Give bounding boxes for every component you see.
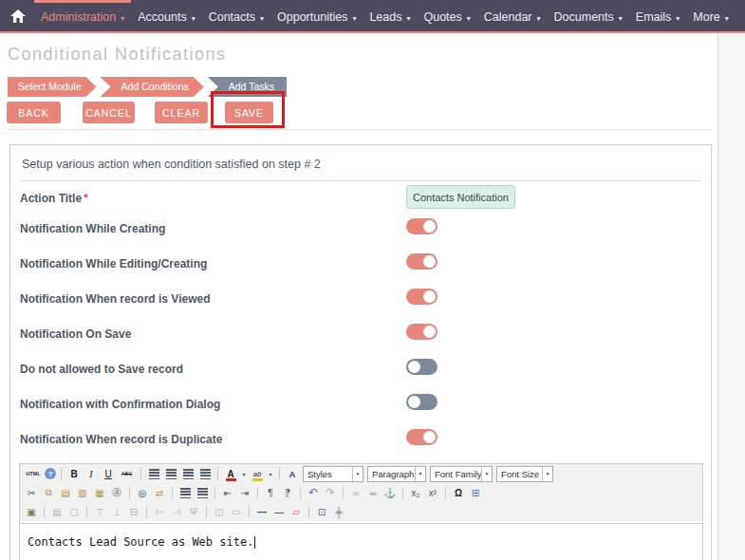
nav-item-more[interactable]: More▾ (686, 0, 736, 31)
edit-css-icon[interactable]: A (285, 467, 300, 481)
highlight-color-icon[interactable]: ab (250, 467, 265, 481)
paragraph-select[interactable]: Paragraph▼ (367, 466, 426, 482)
nav-item-emails[interactable]: Emails▾ (629, 0, 687, 31)
delete-row-icon[interactable]: ⊟ (126, 505, 141, 519)
toggle-knob (423, 290, 436, 303)
merge-cells-icon[interactable]: ▭ (229, 505, 244, 519)
toggle-notification-while-creating[interactable] (406, 218, 438, 234)
table-row-props-icon[interactable]: ▤ (49, 505, 65, 519)
help-icon[interactable]: ? (45, 468, 56, 479)
redo-icon[interactable]: ↷ (323, 486, 338, 500)
toolbar-separator (146, 506, 147, 518)
font-color-icon[interactable]: A (223, 467, 238, 481)
paste-icon[interactable]: ▤ (58, 486, 73, 500)
align-left-icon[interactable] (146, 467, 161, 481)
text-cursor (254, 536, 255, 549)
html-source-icon[interactable]: HTML (24, 467, 43, 481)
find-icon[interactable]: ◎ (135, 486, 150, 500)
nav-item-contacts[interactable]: Contacts▾ (202, 0, 270, 31)
toolbar-row-3: ▣▤▢⊤⊥⊟⊢⊣Ψ◫▭―—▱⊡╪ (20, 502, 702, 521)
font-family-select[interactable]: Font Family▼ (430, 466, 493, 482)
toggle-notification-with-confirmation-dialog[interactable] (406, 394, 438, 410)
italic-icon[interactable]: I (84, 467, 99, 481)
unordered-list-icon[interactable] (177, 486, 193, 500)
delete-col-icon[interactable]: Ψ (186, 505, 201, 519)
find-replace-icon[interactable]: ⇄ (152, 486, 167, 500)
toggle-knob (408, 396, 420, 408)
select-all-icon[interactable]: ⓐ (109, 486, 124, 500)
chevron-down-icon: ▾ (192, 14, 196, 23)
insert-template-icon[interactable]: ⊡ (314, 505, 329, 519)
toggle-notification-on-save[interactable] (406, 324, 438, 340)
toolbar-separator (44, 506, 45, 518)
horizontal-line-icon[interactable]: — (271, 505, 287, 519)
insert-row-before-icon[interactable]: ⊤ (92, 505, 107, 519)
copy-icon[interactable]: ⧉ (41, 486, 56, 500)
nav-item-label: Opportunities (277, 10, 347, 24)
font-color-arrow-icon[interactable]: ▾ (240, 467, 248, 481)
split-cells-icon[interactable]: ◫ (212, 505, 227, 519)
home-icon[interactable] (0, 0, 34, 31)
back-button[interactable]: BACK (7, 102, 61, 123)
toolbar-separator (402, 487, 403, 499)
nav-item-quotes[interactable]: Quotes▾ (417, 0, 476, 31)
highlight-color-arrow-icon[interactable]: ▾ (267, 467, 274, 481)
toggle-notification-when-record-is-duplicate[interactable] (406, 429, 438, 445)
insert-col-after-icon[interactable]: ⊣ (169, 505, 184, 519)
wizard-step-add-conditions[interactable]: Add Conditions (101, 77, 204, 97)
insert-row-after-icon[interactable]: ⊥ (109, 505, 124, 519)
strikethrough-icon[interactable]: ABC (118, 467, 136, 481)
nav-item-leads[interactable]: Leads▾ (363, 0, 417, 31)
underline-icon[interactable]: U (101, 467, 116, 481)
special-char-icon[interactable]: Ω (451, 486, 466, 500)
clear-button[interactable]: CLEAR (155, 102, 208, 123)
toolbar-row-1: HTML?BIUABCA▾ab▾AStyles▼Paragraph▼Font F… (20, 464, 702, 483)
indent-icon[interactable]: ⇥ (237, 486, 252, 500)
toggle-notification-while-editing-creating[interactable] (406, 253, 438, 270)
align-justify-icon[interactable] (197, 467, 213, 481)
nav-item-administration[interactable]: Administration▾ (34, 0, 131, 31)
table-icon[interactable]: ⊞ (468, 486, 483, 500)
ordered-list-icon[interactable] (195, 486, 210, 500)
wizard-step-select-module[interactable]: Select Module (8, 77, 97, 97)
chevron-down-icon: ▾ (676, 14, 680, 23)
nav-item-documents[interactable]: Documents▾ (548, 0, 629, 31)
ltr-icon[interactable]: ¶ (263, 486, 278, 500)
anchor-icon[interactable]: ⚓ (382, 486, 398, 500)
paste-word-icon[interactable]: ▦ (92, 486, 107, 500)
cancel-button[interactable]: CANCEL (83, 102, 135, 123)
scrollbar-track[interactable] (717, 33, 745, 560)
outdent-icon[interactable]: ⇤ (220, 486, 235, 500)
align-right-icon[interactable] (180, 467, 196, 481)
insert-image-icon[interactable]: ▣ (24, 505, 39, 519)
paste-text-icon[interactable]: ▥ (75, 486, 90, 500)
toolbar-separator (206, 506, 207, 518)
field-label: Do not allowed to Save record (20, 363, 183, 376)
bold-icon[interactable]: B (66, 467, 82, 481)
nav-item-calendar[interactable]: Calendar▾ (477, 0, 548, 31)
eraser-icon[interactable]: ▱ (289, 505, 304, 519)
link-icon[interactable]: ∞ (348, 486, 363, 500)
nav-item-accounts[interactable]: Accounts▾ (131, 0, 201, 31)
field-label: Notification When record is Viewed (20, 292, 210, 306)
toggle-do-not-allowed-to-save-record[interactable] (406, 359, 438, 375)
insert-hr-icon[interactable]: ― (254, 505, 270, 519)
editor-content[interactable]: Contacts Lead Source as Web site. (20, 523, 702, 560)
page-break-icon[interactable]: ╪ (331, 505, 346, 519)
chevron-down-icon: ▼ (352, 467, 363, 481)
toolbar-separator (257, 487, 258, 499)
styles-select[interactable]: Styles▼ (303, 466, 363, 482)
unlink-icon[interactable]: ∞ (365, 486, 381, 500)
subscript-icon[interactable]: x₂ (408, 486, 423, 500)
cut-icon[interactable]: ✂ (24, 486, 39, 500)
insert-col-before-icon[interactable]: ⊢ (152, 505, 167, 519)
superscript-icon[interactable]: x² (425, 486, 440, 500)
rtl-icon[interactable]: ¶ (280, 486, 295, 500)
toolbar-separator (445, 487, 446, 499)
font-size-select[interactable]: Font Size▼ (496, 466, 553, 482)
toggle-notification-when-record-is-viewed[interactable] (406, 289, 438, 305)
undo-icon[interactable]: ↶ (306, 486, 321, 500)
nav-item-opportunities[interactable]: Opportunities▾ (270, 0, 363, 31)
table-cell-props-icon[interactable]: ▢ (66, 505, 82, 519)
align-center-icon[interactable] (163, 467, 178, 481)
